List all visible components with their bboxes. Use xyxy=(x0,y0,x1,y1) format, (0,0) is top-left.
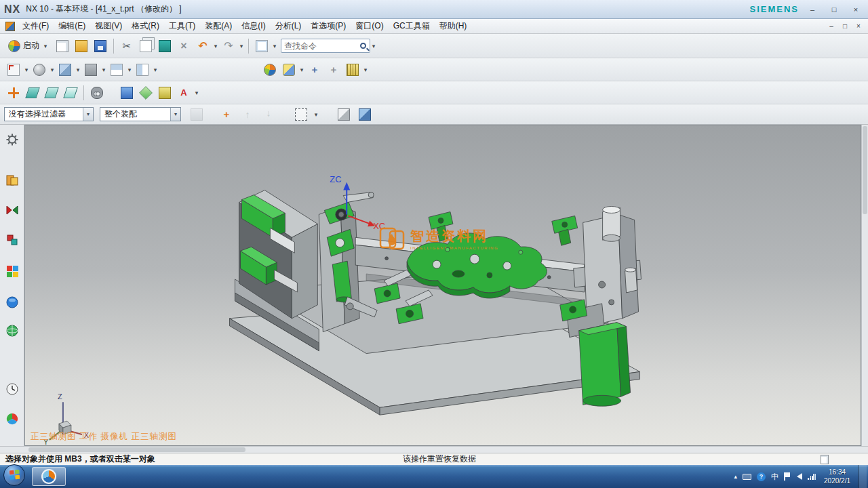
child-minimize-button[interactable]: – xyxy=(825,22,838,31)
show-desktop-button[interactable] xyxy=(859,465,867,488)
add-snap-button[interactable]: + xyxy=(218,106,235,123)
internet-explorer-button[interactable] xyxy=(4,323,20,339)
chevron-down-icon[interactable]: ▾ xyxy=(83,108,93,121)
reuse-library-button[interactable] xyxy=(4,263,20,279)
web-browser-button[interactable] xyxy=(4,294,20,310)
layer-category-button[interactable] xyxy=(62,84,79,102)
tray-chevron-up-icon[interactable]: ▴ xyxy=(734,473,738,480)
select-previous-button[interactable]: ↑ xyxy=(239,106,256,123)
system-materials-button[interactable] xyxy=(4,411,20,427)
menu-gc-toolbox[interactable]: GC工具箱 xyxy=(389,19,435,33)
tray-help-icon[interactable]: ? xyxy=(757,472,766,481)
menu-window[interactable]: 窗口(O) xyxy=(351,19,388,33)
selection-scope-dropdown[interactable]: 整个装配 ▾ xyxy=(100,107,181,121)
menu-information[interactable]: 信息(I) xyxy=(237,19,270,33)
child-restore-button[interactable]: □ xyxy=(838,22,852,31)
menu-preferences[interactable]: 首选项(P) xyxy=(306,19,351,33)
view-window-button[interactable] xyxy=(134,61,151,79)
horizontal-scrollbar-thumb[interactable] xyxy=(28,447,245,452)
menu-edit[interactable]: 编辑(E) xyxy=(54,19,90,33)
copy-button[interactable] xyxy=(137,37,155,55)
child-close-button[interactable]: × xyxy=(852,22,865,31)
tray-action-center-flag-icon[interactable] xyxy=(784,472,791,481)
history-palette-button[interactable] xyxy=(4,381,20,397)
delete-button[interactable]: × xyxy=(175,37,193,55)
start-orb[interactable] xyxy=(3,464,25,486)
layer-settings-button[interactable] xyxy=(24,84,41,102)
save-button[interactable] xyxy=(92,37,109,55)
interpart-link-button[interactable] xyxy=(188,106,205,123)
measure-button[interactable] xyxy=(344,61,361,79)
menu-view[interactable]: 视图(V) xyxy=(90,19,127,33)
visualization-button[interactable] xyxy=(261,61,279,79)
taskbar-nx-button[interactable] xyxy=(32,467,66,486)
undo-dropdown-caret[interactable]: ▾ xyxy=(212,43,219,49)
shaded-caret[interactable]: ▾ xyxy=(75,66,81,73)
solid-body-button[interactable] xyxy=(356,106,374,123)
background-button[interactable] xyxy=(82,61,100,79)
close-button[interactable]: × xyxy=(848,4,864,15)
orient-view-button[interactable] xyxy=(5,61,22,79)
layout-caret[interactable]: ▾ xyxy=(126,66,133,73)
roles-gear-button[interactable] xyxy=(4,131,20,148)
chevron-down-icon[interactable]: ▾ xyxy=(42,43,49,49)
window-dropdown-caret[interactable]: ▾ xyxy=(271,43,278,49)
tape-button[interactable] xyxy=(88,84,106,102)
menu-analysis[interactable]: 分析(L) xyxy=(271,19,307,33)
move-component-button[interactable] xyxy=(118,84,136,102)
paste-button[interactable] xyxy=(156,37,174,55)
redo-dropdown-caret[interactable]: ▾ xyxy=(238,43,245,49)
snap-point-button[interactable]: + xyxy=(306,61,323,79)
measure-caret[interactable]: ▾ xyxy=(362,66,369,73)
graphics-viewport[interactable]: ZC XC Z X Y xyxy=(24,125,861,446)
shaded-view-button[interactable] xyxy=(56,61,74,79)
layout-button[interactable] xyxy=(108,61,125,79)
search-dropdown-caret[interactable]: ▾ xyxy=(370,43,377,49)
datum-plane-button[interactable] xyxy=(137,84,155,102)
command-finder-input[interactable] xyxy=(284,41,360,51)
general-object-button[interactable] xyxy=(335,106,353,123)
maximize-button[interactable]: □ xyxy=(826,4,842,15)
lighting-button[interactable] xyxy=(280,61,298,79)
rendering-style-button[interactable] xyxy=(31,61,48,79)
snap-end-button[interactable]: + xyxy=(325,61,342,79)
marquee-caret[interactable]: ▾ xyxy=(313,111,319,118)
select-next-button[interactable]: ↑ xyxy=(260,106,277,123)
start-menu-button[interactable]: 启动 ▾ xyxy=(4,39,53,54)
annotation-button[interactable]: A xyxy=(175,84,193,102)
menu-assemblies[interactable]: 装配(A) xyxy=(200,19,237,33)
menu-format[interactable]: 格式(R) xyxy=(127,19,164,33)
selection-filter-dropdown[interactable]: 没有选择过滤器 ▾ xyxy=(4,107,94,121)
chevron-down-icon[interactable]: ▾ xyxy=(170,108,180,121)
assembly-navigator-button[interactable] xyxy=(4,172,20,188)
orient-caret[interactable]: ▾ xyxy=(23,66,30,73)
search-icon[interactable] xyxy=(360,43,366,49)
undo-button[interactable]: ↶ xyxy=(194,37,212,55)
tray-ime-indicator[interactable]: 中 xyxy=(771,472,778,482)
minimize-button[interactable]: – xyxy=(804,4,821,15)
tray-network-icon[interactable] xyxy=(808,473,816,480)
background-caret[interactable]: ▾ xyxy=(100,66,107,73)
menu-file[interactable]: 文件(F) xyxy=(18,19,54,33)
horizontal-scrollbar[interactable] xyxy=(0,446,868,453)
lighting-caret[interactable]: ▾ xyxy=(298,66,305,73)
vertical-scrollbar-thumb[interactable] xyxy=(863,126,867,214)
tray-display-icon[interactable] xyxy=(743,474,751,480)
annotation-caret[interactable]: ▾ xyxy=(193,89,200,96)
taskbar-clock[interactable]: 16:34 2020/2/1 xyxy=(821,468,853,485)
vertical-scrollbar[interactable] xyxy=(861,125,868,446)
assembly-constraint-button[interactable] xyxy=(156,84,174,102)
menu-help[interactable]: 帮助(H) xyxy=(435,19,472,33)
view-window-caret[interactable]: ▾ xyxy=(152,66,159,73)
csys-button[interactable] xyxy=(5,84,22,102)
tray-volume-icon[interactable] xyxy=(797,473,802,480)
cut-button[interactable]: ✂ xyxy=(118,37,136,55)
constraint-navigator-button[interactable] xyxy=(4,202,20,218)
touch-window-button[interactable] xyxy=(253,37,271,55)
new-button[interactable] xyxy=(54,37,71,55)
menu-tools[interactable]: 工具(T) xyxy=(164,19,200,33)
style-caret[interactable]: ▾ xyxy=(49,66,56,73)
layer-visible-button[interactable] xyxy=(43,84,60,102)
redo-button[interactable]: ↷ xyxy=(220,37,237,55)
marquee-select-button[interactable] xyxy=(292,106,310,123)
